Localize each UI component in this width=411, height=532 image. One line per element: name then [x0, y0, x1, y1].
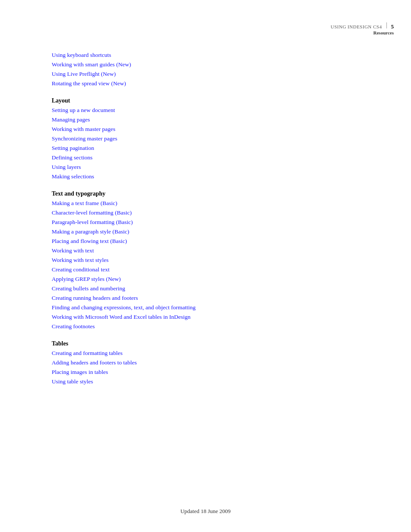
intro-links-group: Using keyboard shortcuts Working with sm…	[52, 52, 377, 87]
page-header: USING INDESIGN CS4 5 Resources	[330, 22, 394, 35]
link-text-frame[interactable]: Making a text frame (Basic)	[52, 200, 377, 207]
link-bullets-numbering[interactable]: Creating bullets and numbering	[52, 285, 377, 292]
header-divider	[386, 22, 387, 28]
link-working-text[interactable]: Working with text	[52, 247, 377, 254]
link-conditional-text[interactable]: Creating conditional text	[52, 266, 377, 273]
link-para-style[interactable]: Making a paragraph style (Basic)	[52, 228, 377, 235]
link-images-tables[interactable]: Placing images in tables	[52, 369, 377, 376]
link-keyboard-shortcuts[interactable]: Using keyboard shortcuts	[52, 52, 377, 59]
link-smart-guides[interactable]: Working with smart guides (New)	[52, 61, 377, 68]
layout-heading: Layout	[52, 97, 377, 104]
layout-section: Layout Setting up a new document Managin…	[52, 97, 377, 180]
link-layers[interactable]: Using layers	[52, 164, 377, 171]
section-name: Resources	[330, 30, 394, 35]
link-master-pages[interactable]: Working with master pages	[52, 126, 377, 133]
link-live-preflight[interactable]: Using Live Preflight (New)	[52, 71, 377, 78]
link-new-document[interactable]: Setting up a new document	[52, 107, 377, 114]
link-para-formatting[interactable]: Paragraph-level formatting (Basic)	[52, 219, 377, 226]
link-char-formatting[interactable]: Character-level formatting (Basic)	[52, 209, 377, 216]
app-name: USING INDESIGN CS4	[330, 24, 382, 29]
link-find-change[interactable]: Finding and changing expressions, text, …	[52, 304, 377, 311]
link-table-styles[interactable]: Using table styles	[52, 378, 377, 385]
link-sections[interactable]: Defining sections	[52, 154, 377, 161]
link-footnotes[interactable]: Creating footnotes	[52, 323, 377, 330]
footer-text: Updated 18 June 2009	[181, 508, 231, 514]
link-managing-pages[interactable]: Managing pages	[52, 116, 377, 123]
link-text-styles[interactable]: Working with text styles	[52, 257, 377, 264]
tables-heading: Tables	[52, 340, 377, 347]
link-create-tables[interactable]: Creating and formatting tables	[52, 350, 377, 357]
page-number: 5	[391, 23, 394, 30]
page-footer: Updated 18 June 2009	[0, 508, 411, 515]
link-selections[interactable]: Making selections	[52, 173, 377, 180]
link-sync-master-pages[interactable]: Synchronizing master pages	[52, 135, 377, 142]
link-word-excel[interactable]: Working with Microsoft Word and Excel ta…	[52, 314, 377, 320]
main-content: Using keyboard shortcuts Working with sm…	[52, 52, 377, 388]
link-grep-styles[interactable]: Applying GREP styles (New)	[52, 276, 377, 283]
link-table-headers-footers[interactable]: Adding headers and footers to tables	[52, 359, 377, 366]
link-placing-text[interactable]: Placing and flowing text (Basic)	[52, 238, 377, 245]
link-running-headers[interactable]: Creating running headers and footers	[52, 295, 377, 302]
text-typography-section: Text and typography Making a text frame …	[52, 190, 377, 330]
link-spread-view[interactable]: Rotating the spread view (New)	[52, 80, 377, 87]
tables-section: Tables Creating and formatting tables Ad…	[52, 340, 377, 385]
link-pagination[interactable]: Setting pagination	[52, 145, 377, 152]
text-typography-heading: Text and typography	[52, 190, 377, 197]
